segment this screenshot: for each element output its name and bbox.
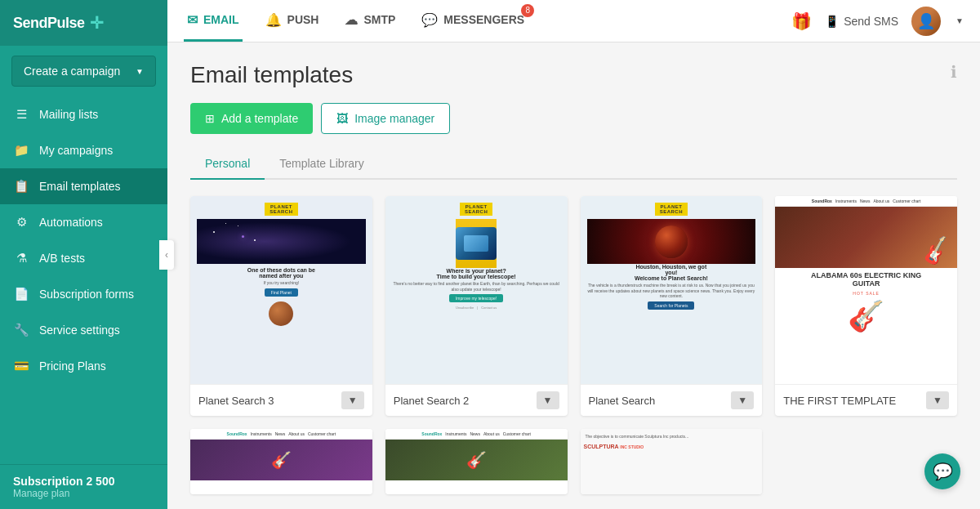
brand-name: SendPulse bbox=[13, 15, 85, 32]
sr-brand: SoundRox bbox=[812, 199, 832, 203]
nav-item-smtp[interactable]: ☁ SMTP bbox=[341, 0, 399, 42]
planet-search-preview: PLANETSEARCH Houston, Houston, we gotyou… bbox=[581, 196, 763, 384]
plan-name: Subscription 2 500 bbox=[13, 475, 154, 488]
settings-icon: 🔧 bbox=[13, 323, 29, 337]
template-thumbnail[interactable]: SoundRox Instruments News About us Custo… bbox=[190, 429, 372, 494]
sidebar-logo: SendPulse ✛ bbox=[0, 0, 167, 46]
ps3-cta: Find Planet bbox=[265, 288, 298, 297]
page-header: Email templates ℹ bbox=[190, 62, 957, 88]
template-card-planet-search: PLANETSEARCH Houston, Houston, we gotyou… bbox=[581, 196, 763, 416]
ps3-planet-thumb bbox=[269, 301, 293, 326]
sr-nav: SoundRox Instruments News About us Custo… bbox=[385, 429, 568, 440]
sr-subtitle: HOT SALE bbox=[775, 291, 957, 296]
template-name: Planet Search 2 bbox=[394, 395, 470, 407]
template-action-dropdown[interactable]: ▼ bbox=[537, 391, 559, 409]
phone-icon: 📱 bbox=[825, 15, 839, 28]
image-manager-label: Image manager bbox=[354, 112, 434, 125]
soundrox-preview: SoundRox Instruments News About us Custo… bbox=[775, 196, 957, 384]
template-name: Planet Search bbox=[589, 395, 656, 407]
template-thumbnail[interactable]: PLANETSEARCH Houston, Houston, we gotyou… bbox=[581, 196, 763, 384]
pricing-icon: 💳 bbox=[13, 359, 29, 373]
send-sms-button[interactable]: 📱 Send SMS bbox=[825, 15, 898, 28]
ps2-hero bbox=[456, 219, 497, 268]
soundrox-2-preview: SoundRox Instruments News About us Custo… bbox=[190, 429, 372, 494]
main-content: ✉ EMAIL 🔔 PUSH ☁ SMTP 💬 MESSENGERS 8 🎁 📱… bbox=[167, 0, 980, 509]
sidebar-item-my-campaigns[interactable]: 📁 My campaigns bbox=[0, 132, 167, 168]
manage-plan-link[interactable]: Manage plan bbox=[13, 488, 154, 499]
sidebar-item-subscription-forms[interactable]: 📄 Subscription forms bbox=[0, 276, 167, 312]
sidebar-item-automations[interactable]: ⚙ Automations bbox=[0, 204, 167, 240]
ps2-cta: Improve my telescope! bbox=[449, 294, 503, 302]
sidebar-item-label: Mailing lists bbox=[39, 108, 98, 121]
automations-icon: ⚙ bbox=[13, 215, 29, 230]
ps-cta: Search for Planets bbox=[648, 301, 694, 310]
template-thumbnail[interactable]: The objective is to communicate Sculptur… bbox=[581, 429, 763, 494]
sidebar-item-pricing-plans[interactable]: 💳 Pricing Plans bbox=[0, 348, 167, 384]
email-nav-icon: ✉ bbox=[187, 12, 198, 28]
page-content: Email templates ℹ ⊞ Add a template 🖼 Ima… bbox=[167, 42, 980, 509]
nav-item-label: PUSH bbox=[287, 13, 319, 26]
planet-search-2-preview: PLANETSEARCH Where is your planet?Time t… bbox=[385, 196, 568, 384]
gift-icon[interactable]: 🎁 bbox=[791, 11, 812, 31]
template-name: THE FIRST TEMPLATE bbox=[783, 395, 896, 407]
ab-tests-icon: ⚗ bbox=[13, 251, 29, 266]
sidebar-item-label: Service settings bbox=[39, 324, 120, 337]
image-manager-button[interactable]: 🖼 Image manager bbox=[321, 103, 450, 134]
template-card-planet-search-3: PLANETSEARCH One of these dots can benam… bbox=[190, 196, 372, 416]
template-action-dropdown[interactable]: ▼ bbox=[341, 391, 364, 409]
template-tabs: Personal Template Library bbox=[190, 149, 957, 180]
sr-hero-image: 🎸 bbox=[775, 207, 957, 268]
template-card-soundrox-2: SoundRox Instruments News About us Custo… bbox=[385, 429, 568, 494]
add-icon: ⊞ bbox=[205, 112, 215, 125]
template-thumbnail[interactable]: PLANETSEARCH One of these dots can benam… bbox=[190, 196, 372, 384]
sr-brand: SoundRox bbox=[227, 431, 247, 436]
sc-logo: SCULPTURA INC STUDIO bbox=[584, 444, 760, 449]
messengers-nav-icon: 💬 bbox=[421, 12, 438, 28]
create-campaign-label: Create a campaign bbox=[24, 65, 120, 78]
sr-title: ALABAMA 60s ELECTRIC KINGGUITAR bbox=[775, 268, 957, 291]
template-card-sculptura: The objective is to communicate Sculptur… bbox=[581, 429, 763, 494]
template-card-soundrox-1: SoundRox Instruments News About us Custo… bbox=[190, 429, 372, 494]
ps2-headline: Where is your planet?Time to build your … bbox=[437, 268, 516, 279]
sidebar-item-email-templates[interactable]: 📋 Email templates bbox=[0, 168, 167, 204]
ps3-body: If you try searching! bbox=[264, 280, 300, 286]
send-sms-label: Send SMS bbox=[844, 15, 898, 28]
template-action-dropdown[interactable]: ▼ bbox=[731, 391, 754, 409]
nav-item-email[interactable]: ✉ EMAIL bbox=[184, 0, 243, 42]
brand-icon: ✛ bbox=[90, 13, 104, 33]
action-buttons: ⊞ Add a template 🖼 Image manager bbox=[190, 103, 957, 134]
template-thumbnail[interactable]: PLANETSEARCH Where is your planet?Time t… bbox=[385, 196, 568, 384]
sidebar-item-label: A/B tests bbox=[39, 252, 85, 265]
ps2-body: There's no better way to find another pl… bbox=[392, 281, 561, 292]
user-avatar[interactable]: 👤 bbox=[911, 7, 941, 36]
info-icon[interactable]: ℹ bbox=[951, 62, 957, 82]
template-action-dropdown[interactable]: ▼ bbox=[926, 391, 949, 409]
template-name: Planet Search 3 bbox=[198, 395, 274, 407]
messengers-badge: 8 bbox=[521, 4, 534, 17]
tab-template-library[interactable]: Template Library bbox=[265, 149, 379, 180]
sidebar-item-label: Automations bbox=[39, 216, 103, 229]
smtp-nav-icon: ☁ bbox=[345, 12, 358, 28]
campaigns-icon: 📁 bbox=[13, 143, 29, 158]
soundrox-3-preview: SoundRox Instruments News About us Custo… bbox=[385, 429, 568, 494]
page-title: Email templates bbox=[190, 62, 353, 88]
sidebar-item-ab-tests[interactable]: ⚗ A/B tests bbox=[0, 240, 167, 276]
template-grid: PLANETSEARCH One of these dots can benam… bbox=[190, 196, 957, 494]
tab-personal[interactable]: Personal bbox=[190, 149, 265, 180]
template-footer: Planet Search 2 ▼ bbox=[385, 384, 568, 416]
template-thumbnail[interactable]: SoundRox Instruments News About us Custo… bbox=[385, 429, 568, 494]
nav-item-messengers[interactable]: 💬 MESSENGERS bbox=[418, 12, 528, 30]
template-thumbnail[interactable]: SoundRox Instruments News About us Custo… bbox=[775, 196, 957, 384]
add-template-button[interactable]: ⊞ Add a template bbox=[190, 103, 313, 134]
chat-button[interactable]: 💬 bbox=[924, 453, 960, 489]
sidebar-collapse-button[interactable]: ‹ bbox=[159, 240, 174, 270]
sidebar-item-service-settings[interactable]: 🔧 Service settings bbox=[0, 312, 167, 348]
sidebar-item-mailing-lists[interactable]: ☰ Mailing lists bbox=[0, 96, 167, 132]
templates-icon: 📋 bbox=[13, 179, 29, 194]
create-campaign-button[interactable]: Create a campaign ▼ bbox=[11, 56, 156, 87]
ps-headline: Houston, Houston, we gotyou!Welcome to P… bbox=[635, 264, 708, 281]
avatar-image: 👤 bbox=[911, 7, 941, 36]
ps3-headline: One of these dots can benamed after you bbox=[247, 267, 315, 279]
avatar-caret-icon[interactable]: ▼ bbox=[956, 16, 964, 25]
nav-item-push[interactable]: 🔔 PUSH bbox=[262, 0, 323, 42]
